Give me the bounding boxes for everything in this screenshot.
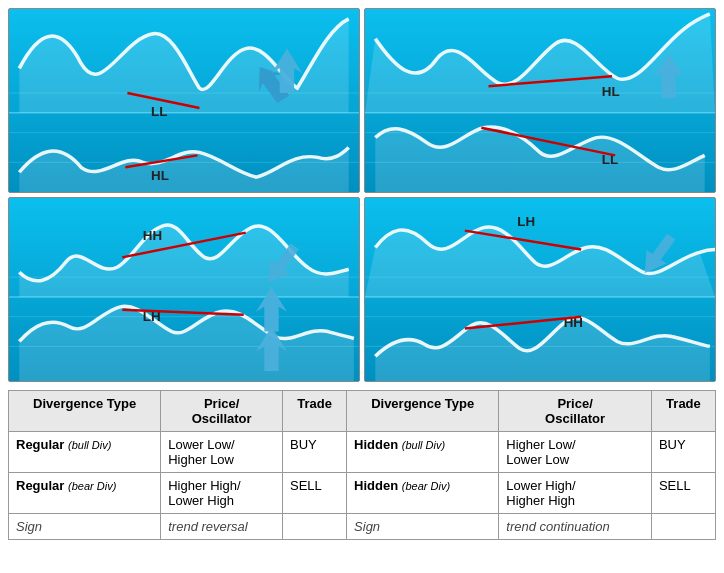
main-container: LL HL: [0, 0, 724, 548]
col-header-div-type-1: Divergence Type: [9, 391, 161, 432]
chart-top-left: LL HL: [8, 8, 360, 193]
table-row: Regular (bull Div) Lower Low/Higher Low …: [9, 432, 716, 473]
price-osc-2-row2: Lower High/Higher High: [499, 473, 652, 514]
div-type-2-row1: Hidden (bull Div): [347, 432, 499, 473]
sign-value-2: trend continuation: [499, 514, 652, 540]
svg-text:HH: HH: [143, 228, 162, 243]
svg-text:LH: LH: [517, 214, 535, 229]
charts-grid: LL HL: [8, 8, 716, 382]
col-header-trade-2: Trade: [651, 391, 715, 432]
price-osc-2-row1: Higher Low/Lower Low: [499, 432, 652, 473]
svg-text:HL: HL: [151, 168, 169, 183]
chart-bottom-right: LH HH: [364, 197, 716, 382]
div-type-1-row1: Regular (bull Div): [9, 432, 161, 473]
div-type-2-row2: Hidden (bear Div): [347, 473, 499, 514]
sign-label-1: Sign: [9, 514, 161, 540]
table-row: Regular (bear Div) Higher High/Lower Hig…: [9, 473, 716, 514]
svg-text:LL: LL: [151, 104, 167, 119]
trade-2-row1: BUY: [651, 432, 715, 473]
svg-text:HL: HL: [602, 84, 620, 99]
trade-1-row2: SELL: [283, 473, 347, 514]
chart-top-right: HL LL: [364, 8, 716, 193]
trade-1-row1: BUY: [283, 432, 347, 473]
trade-2-row2: SELL: [651, 473, 715, 514]
divergence-table: Divergence Type Price/Oscillator Trade D…: [8, 390, 716, 540]
col-header-trade-1: Trade: [283, 391, 347, 432]
sign-trade-1: [283, 514, 347, 540]
chart-bottom-left: HH LH: [8, 197, 360, 382]
col-header-price-osc-2: Price/Oscillator: [499, 391, 652, 432]
sign-trade-2: [651, 514, 715, 540]
div-type-1-row2: Regular (bear Div): [9, 473, 161, 514]
sign-value-1: trend reversal: [161, 514, 283, 540]
sign-label-2: Sign: [347, 514, 499, 540]
col-header-div-type-2: Divergence Type: [347, 391, 499, 432]
price-osc-1-row1: Lower Low/Higher Low: [161, 432, 283, 473]
price-osc-1-row2: Higher High/Lower High: [161, 473, 283, 514]
sign-row: Sign trend reversal Sign trend continuat…: [9, 514, 716, 540]
col-header-price-osc-1: Price/Oscillator: [161, 391, 283, 432]
